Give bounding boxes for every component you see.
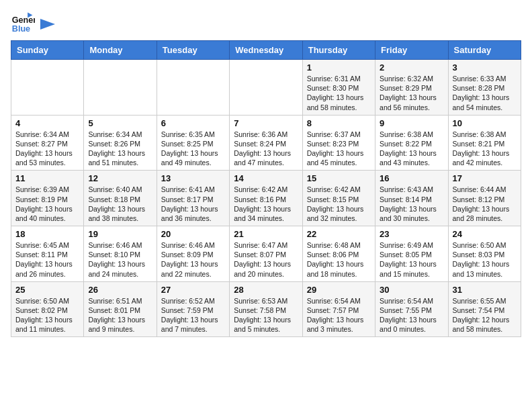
calendar-cell: 5Sunrise: 6:34 AM Sunset: 8:26 PM Daylig… [84,115,157,171]
calendar-cell: 13Sunrise: 6:41 AM Sunset: 8:17 PM Dayli… [157,171,229,226]
calendar-cell: 12Sunrise: 6:40 AM Sunset: 8:18 PM Dayli… [84,171,157,226]
calendar-header-row: SundayMondayTuesdayWednesdayThursdayFrid… [11,41,521,60]
calendar-cell: 8Sunrise: 6:37 AM Sunset: 8:23 PM Daylig… [302,115,375,171]
day-info: Sunrise: 6:34 AM Sunset: 8:27 PM Dayligh… [15,130,79,168]
day-info: Sunrise: 6:49 AM Sunset: 8:05 PM Dayligh… [380,240,443,279]
day-number: 23 [380,229,443,239]
calendar-cell: 23Sunrise: 6:49 AM Sunset: 8:05 PM Dayli… [375,226,448,282]
svg-text:Blue: Blue [12,24,30,34]
day-info: Sunrise: 6:54 AM Sunset: 7:55 PM Dayligh… [380,296,443,334]
calendar-cell: 19Sunrise: 6:46 AM Sunset: 8:10 PM Dayli… [84,226,157,282]
calendar-cell: 4Sunrise: 6:34 AM Sunset: 8:27 PM Daylig… [11,115,84,171]
calendar-cell: 31Sunrise: 6:55 AM Sunset: 7:54 PM Dayli… [448,281,521,337]
day-number: 27 [161,285,225,295]
day-number: 11 [15,173,79,183]
calendar-cell: 2Sunrise: 6:32 AM Sunset: 8:29 PM Daylig… [375,60,448,116]
day-number: 24 [453,229,517,239]
day-number: 22 [307,229,371,239]
day-info: Sunrise: 6:48 AM Sunset: 8:06 PM Dayligh… [307,240,371,279]
calendar-cell: 18Sunrise: 6:45 AM Sunset: 8:11 PM Dayli… [11,226,84,282]
calendar-cell: 20Sunrise: 6:46 AM Sunset: 8:09 PM Dayli… [157,226,229,282]
weekday-header-friday: Friday [375,41,448,60]
day-number: 30 [380,285,443,295]
day-info: Sunrise: 6:38 AM Sunset: 8:22 PM Dayligh… [380,130,443,168]
day-number: 4 [15,118,79,128]
calendar-cell: 26Sunrise: 6:51 AM Sunset: 8:01 PM Dayli… [84,281,157,337]
day-number: 20 [161,229,225,239]
weekday-header-sunday: Sunday [11,41,84,60]
day-info: Sunrise: 6:53 AM Sunset: 7:58 PM Dayligh… [234,296,298,334]
day-info: Sunrise: 6:43 AM Sunset: 8:14 PM Dayligh… [380,185,443,223]
day-number: 9 [380,118,443,128]
day-info: Sunrise: 6:37 AM Sunset: 8:23 PM Dayligh… [307,130,371,168]
header: General Blue [11,11,521,35]
calendar-cell: 3Sunrise: 6:33 AM Sunset: 8:28 PM Daylig… [448,60,521,116]
calendar-week-5: 25Sunrise: 6:50 AM Sunset: 8:02 PM Dayli… [11,281,521,337]
weekday-header-thursday: Thursday [302,41,375,60]
day-number: 25 [15,285,79,295]
day-info: Sunrise: 6:33 AM Sunset: 8:28 PM Dayligh… [453,74,517,112]
calendar-cell: 11Sunrise: 6:39 AM Sunset: 8:19 PM Dayli… [11,171,84,226]
day-number: 29 [307,285,371,295]
day-info: Sunrise: 6:52 AM Sunset: 7:59 PM Dayligh… [161,296,225,334]
day-number: 8 [307,118,371,128]
day-info: Sunrise: 6:42 AM Sunset: 8:15 PM Dayligh… [307,185,371,223]
day-number: 21 [234,229,298,239]
day-number: 28 [234,285,298,295]
day-number: 16 [380,173,443,183]
svg-marker-3 [40,19,55,30]
day-number: 13 [161,173,225,183]
calendar-cell: 29Sunrise: 6:54 AM Sunset: 7:57 PM Dayli… [302,281,375,337]
weekday-header-monday: Monday [84,41,157,60]
day-number: 10 [453,118,517,128]
day-info: Sunrise: 6:32 AM Sunset: 8:29 PM Dayligh… [380,74,443,112]
day-info: Sunrise: 6:35 AM Sunset: 8:25 PM Dayligh… [161,130,225,168]
day-info: Sunrise: 6:47 AM Sunset: 8:07 PM Dayligh… [234,240,298,279]
calendar-cell [84,60,157,116]
day-info: Sunrise: 6:40 AM Sunset: 8:18 PM Dayligh… [88,185,152,223]
calendar-week-4: 18Sunrise: 6:45 AM Sunset: 8:11 PM Dayli… [11,226,521,282]
calendar-cell: 27Sunrise: 6:52 AM Sunset: 7:59 PM Dayli… [157,281,229,337]
day-info: Sunrise: 6:51 AM Sunset: 8:01 PM Dayligh… [88,296,152,334]
calendar-cell: 17Sunrise: 6:44 AM Sunset: 8:12 PM Dayli… [448,171,521,226]
calendar-cell: 1Sunrise: 6:31 AM Sunset: 8:30 PM Daylig… [302,60,375,116]
calendar-cell: 22Sunrise: 6:48 AM Sunset: 8:06 PM Dayli… [302,226,375,282]
calendar-cell [230,60,302,116]
weekday-header-tuesday: Tuesday [157,41,229,60]
day-info: Sunrise: 6:38 AM Sunset: 8:21 PM Dayligh… [453,130,517,168]
weekday-header-wednesday: Wednesday [230,41,302,60]
day-info: Sunrise: 6:45 AM Sunset: 8:11 PM Dayligh… [15,240,79,279]
day-info: Sunrise: 6:42 AM Sunset: 8:16 PM Dayligh… [234,185,298,223]
day-number: 6 [161,118,225,128]
logo-icon: General Blue [11,11,35,35]
calendar-cell: 6Sunrise: 6:35 AM Sunset: 8:25 PM Daylig… [157,115,229,171]
day-info: Sunrise: 6:54 AM Sunset: 7:57 PM Dayligh… [307,296,371,334]
day-info: Sunrise: 6:41 AM Sunset: 8:17 PM Dayligh… [161,185,225,223]
day-number: 31 [453,285,517,295]
day-number: 19 [88,229,152,239]
day-info: Sunrise: 6:36 AM Sunset: 8:24 PM Dayligh… [234,130,298,168]
calendar-cell: 30Sunrise: 6:54 AM Sunset: 7:55 PM Dayli… [375,281,448,337]
day-number: 7 [234,118,298,128]
calendar-cell: 16Sunrise: 6:43 AM Sunset: 8:14 PM Dayli… [375,171,448,226]
day-number: 18 [15,229,79,239]
calendar-cell: 14Sunrise: 6:42 AM Sunset: 8:16 PM Dayli… [230,171,302,226]
calendar-cell: 28Sunrise: 6:53 AM Sunset: 7:58 PM Dayli… [230,281,302,337]
calendar-cell: 24Sunrise: 6:50 AM Sunset: 8:03 PM Dayli… [448,226,521,282]
day-number: 2 [380,62,443,73]
day-info: Sunrise: 6:44 AM Sunset: 8:12 PM Dayligh… [453,185,517,223]
day-number: 12 [88,173,152,183]
calendar-cell [157,60,229,116]
calendar-cell: 7Sunrise: 6:36 AM Sunset: 8:24 PM Daylig… [230,115,302,171]
calendar-table: SundayMondayTuesdayWednesdayThursdayFrid… [11,40,521,337]
calendar-cell: 25Sunrise: 6:50 AM Sunset: 8:02 PM Dayli… [11,281,84,337]
calendar-cell: 21Sunrise: 6:47 AM Sunset: 8:07 PM Dayli… [230,226,302,282]
day-number: 1 [307,62,371,73]
day-number: 15 [307,173,371,183]
calendar-cell: 15Sunrise: 6:42 AM Sunset: 8:15 PM Dayli… [302,171,375,226]
day-info: Sunrise: 6:39 AM Sunset: 8:19 PM Dayligh… [15,185,79,223]
calendar-week-3: 11Sunrise: 6:39 AM Sunset: 8:19 PM Dayli… [11,171,521,226]
logo: General Blue [11,11,55,35]
calendar-week-1: 1Sunrise: 6:31 AM Sunset: 8:30 PM Daylig… [11,60,521,116]
calendar-cell [11,60,84,116]
